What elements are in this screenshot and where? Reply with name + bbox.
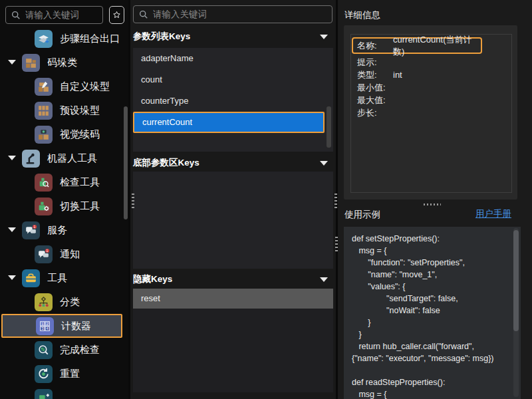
field-value: int — [393, 70, 402, 80]
sidebar-search-input[interactable] — [25, 10, 97, 20]
example-title: 使用示例 — [344, 209, 380, 221]
chevron-down-icon — [320, 277, 328, 286]
sidebar-item-services[interactable]: 1 服务 — [0, 218, 124, 242]
sidebar-item-robot-tools[interactable]: 机器人工具 — [0, 146, 124, 170]
counter-icon: 1234 — [36, 317, 54, 335]
details-title: 详细信息 — [344, 9, 380, 21]
field-label: 最小值: — [357, 82, 393, 94]
sidebar-item-palletizing[interactable]: 码垛类 — [0, 51, 124, 74]
param-list-scrollbar-thumb[interactable] — [327, 106, 331, 148]
key-item-count[interactable]: count — [133, 69, 333, 90]
collapse-arrow-icon[interactable] — [8, 275, 16, 284]
sidebar-item-label: 通知 — [60, 248, 80, 261]
sidebar-item-label: 完成检查 — [60, 344, 100, 356]
favorites-star-button[interactable] — [109, 6, 124, 24]
svg-text:3: 3 — [41, 327, 43, 331]
sidebar-item-counter[interactable]: 1234 计数器 — [1, 314, 122, 338]
field-label: 最大值: — [357, 94, 393, 106]
sidebar-item-label: 视觉续码 — [60, 128, 100, 141]
notification-icon: 1 — [35, 245, 53, 263]
sidebar-item-label: 检查工具 — [60, 176, 100, 189]
detail-field-name: 名称: currentCount(当前计数) — [352, 37, 482, 54]
sidebar-item-label: 工具 — [47, 272, 67, 285]
sidebar-item-completion-check[interactable]: 完成检查 — [0, 338, 124, 362]
splitter-grip-horizontal[interactable] — [424, 203, 441, 205]
key-item-currentCount-selected[interactable]: currentCount — [133, 112, 325, 133]
sidebar-item-label: 自定义垛型 — [60, 80, 110, 93]
sidebar-item-switch-tool[interactable]: 切换工具 — [0, 194, 124, 218]
keys-search-box[interactable] — [133, 5, 332, 23]
sidebar-item-notification[interactable]: 1 通知 — [0, 242, 124, 266]
sidebar-scrollbar-thumb[interactable] — [124, 106, 128, 219]
search-icon — [11, 11, 21, 20]
details-box: 名称: currentCount(当前计数) 提示: 类型: int 最小值: … — [344, 25, 517, 200]
section-header-bottom-param-keys[interactable]: 底部参数区Keys — [133, 156, 332, 170]
sidebar-item-reset[interactable]: 重置 — [0, 362, 124, 386]
svg-text:2: 2 — [47, 321, 49, 325]
check-tool-icon — [35, 174, 53, 192]
section-header-hidden-keys[interactable]: 隐藏Keys — [133, 272, 332, 287]
step-tree: 步骤组合出口 码垛类 自定义垛型 预设垛型 视觉续码 机器人工具 检查工具 — [0, 27, 124, 399]
field-label: 步长: — [357, 107, 393, 119]
sidebar-item-classify[interactable]: 分类 — [0, 290, 124, 314]
chat-badge-icon: 1 — [22, 221, 40, 239]
sidebar-item-vision-continue-pallet[interactable]: 视觉续码 — [0, 122, 124, 146]
collapse-arrow-icon[interactable] — [8, 227, 16, 236]
sidebar-item-label: 机器人工具 — [47, 152, 97, 165]
detail-field-step: 步长: — [351, 106, 511, 119]
code-scrollbar-thumb[interactable] — [513, 230, 519, 331]
chevron-down-icon — [320, 35, 328, 43]
sidebar-item-label: 重置 — [60, 368, 80, 380]
details-inner-box: 名称: currentCount(当前计数) 提示: 类型: int 最小值: … — [350, 34, 512, 193]
collapse-arrow-icon[interactable] — [8, 60, 16, 68]
detail-panel: 详细信息 名称: currentCount(当前计数) 提示: 类型: int … — [338, 0, 532, 399]
sidebar-item-label: 服务 — [47, 224, 67, 237]
splitter-grip-left[interactable] — [132, 194, 134, 209]
field-label: 类型: — [357, 69, 393, 81]
svg-text:1: 1 — [34, 224, 36, 228]
section-title: 隐藏Keys — [133, 273, 172, 285]
sidebar-item-label: 步骤组合出口 — [60, 33, 120, 45]
sidebar-item-label: 切换工具 — [60, 200, 100, 213]
pallet-icon — [22, 54, 40, 72]
sidebar-item-tools[interactable]: 工具 — [0, 266, 124, 290]
chevron-down-icon — [320, 161, 328, 170]
key-item-adapterName[interactable]: adapterName — [133, 48, 333, 69]
detail-field-hint: 提示: — [351, 56, 511, 68]
robot-arm-icon — [22, 150, 40, 168]
reset-icon — [35, 365, 53, 383]
detail-field-type: 类型: int — [351, 68, 511, 81]
sidebar-search-box[interactable] — [5, 6, 103, 24]
sidebar-item-clipped[interactable] — [0, 386, 124, 399]
sidebar-item-label: 分类 — [60, 296, 80, 309]
sidebar-item-label: 预设垛型 — [60, 104, 100, 117]
user-manual-link[interactable]: 用户手册 — [475, 208, 511, 220]
sidebar-item-step-combo-exit[interactable]: 步骤组合出口 — [0, 27, 124, 51]
code-example-box: def setStepProperties(): msg = { "functi… — [344, 227, 521, 399]
parameter-keys-panel: 参数列表Keys adapterName count counterType c… — [130, 0, 336, 399]
field-label: 名称: — [357, 40, 393, 52]
detail-field-max: 最大值: — [351, 94, 511, 106]
field-value: currentCount(当前计数) — [393, 34, 477, 58]
switch-tool-icon — [35, 198, 53, 215]
layers-export-icon — [35, 30, 53, 48]
collapse-arrow-icon[interactable] — [8, 156, 16, 164]
sidebar-item-label: 计数器 — [61, 320, 91, 332]
detail-field-min: 最小值: — [351, 81, 511, 94]
sidebar-item-label: 码垛类 — [47, 57, 77, 69]
key-item-counterType[interactable]: counterType — [133, 90, 333, 112]
preset-pallet-icon — [35, 102, 53, 120]
bottom-param-keys-list[interactable] — [133, 172, 333, 269]
keys-search-input[interactable] — [153, 9, 327, 19]
svg-text:1: 1 — [41, 321, 43, 325]
splitter-grip-right-upper[interactable] — [334, 194, 337, 209]
sidebar-item-custom-pallet[interactable]: 自定义垛型 — [0, 74, 124, 98]
step-library-sidebar: 步骤组合出口 码垛类 自定义垛型 预设垛型 视觉续码 机器人工具 检查工具 — [0, 0, 128, 399]
star-badge-icon — [112, 11, 121, 19]
param-list-keys: adapterName count counterType currentCou… — [133, 48, 333, 152]
sidebar-item-preset-pallet[interactable]: 预设垛型 — [0, 98, 124, 122]
key-item-reset[interactable]: reset — [133, 289, 333, 309]
section-header-param-list-keys[interactable]: 参数列表Keys — [133, 29, 332, 44]
search-icon — [139, 10, 148, 19]
sidebar-item-check-tool[interactable]: 检查工具 — [0, 170, 124, 194]
